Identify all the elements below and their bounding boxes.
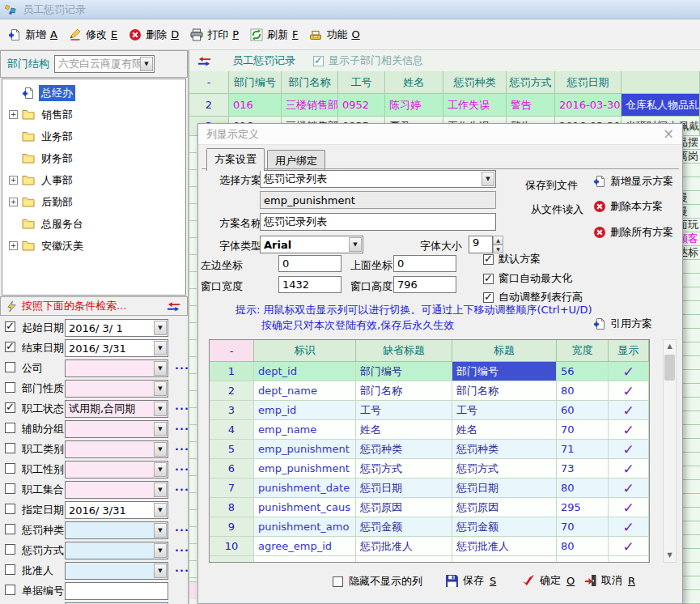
filter-input[interactable] xyxy=(65,542,168,559)
chevron-down-icon[interactable] xyxy=(154,523,167,538)
spin-up-icon[interactable]: ▲ xyxy=(493,236,503,245)
font-size-stepper[interactable]: 9 ▲▼ xyxy=(469,236,493,253)
grid-visible-cell[interactable] xyxy=(609,381,649,401)
show-subdept-checkbox[interactable] xyxy=(313,56,324,66)
filter-input[interactable] xyxy=(65,562,168,580)
tree-item[interactable]: + 总服务台 xyxy=(2,213,185,235)
ellipsis-button[interactable] xyxy=(175,359,188,372)
chevron-down-icon[interactable] xyxy=(154,462,167,477)
toolbar-button[interactable]: 打印P xyxy=(190,28,239,42)
chevron-down-icon[interactable] xyxy=(154,341,167,355)
grid-visible-cell[interactable] xyxy=(609,440,649,459)
default-scheme-checkbox[interactable] xyxy=(483,254,494,265)
tree-expander-icon[interactable]: + xyxy=(9,176,18,185)
grid-scrollbar[interactable] xyxy=(663,339,677,563)
chevron-down-icon[interactable] xyxy=(154,381,167,396)
grid-row[interactable]: 5 emp_punishment 惩罚种类 惩罚种类 71 xyxy=(210,440,649,459)
filter-checkbox[interactable] xyxy=(5,423,15,433)
company-select[interactable]: 六安白云商厦有限 xyxy=(54,55,155,73)
tree-item[interactable]: + 业务部 xyxy=(2,125,185,147)
records-column-header[interactable]: 惩罚种类 xyxy=(443,71,507,94)
tree-item[interactable]: + 总经办 xyxy=(2,82,185,104)
grid-visible-cell[interactable] xyxy=(609,498,649,517)
filter-input[interactable] xyxy=(65,420,168,438)
toolbar-button[interactable]: 删除D xyxy=(129,28,179,42)
auto-rowheight-checkbox[interactable] xyxy=(483,292,494,303)
filter-checkbox[interactable] xyxy=(5,585,15,595)
filter-input[interactable] xyxy=(65,521,168,539)
reference-scheme-button[interactable]: 引用方案 xyxy=(593,317,652,331)
tree-item[interactable]: + 财务部 xyxy=(2,147,185,169)
toolbar-button[interactable]: 修改E xyxy=(69,28,117,42)
ok-button[interactable]: 确定O xyxy=(517,571,579,590)
ellipsis-button[interactable] xyxy=(175,420,188,432)
filter-checkbox[interactable] xyxy=(5,483,15,494)
records-column-header[interactable]: 部门名称 xyxy=(282,71,338,94)
records-column-header[interactable] xyxy=(622,71,700,94)
grid-row[interactable]: 1 dept_id 部门编号 部门编号 56 xyxy=(210,362,649,381)
filter-input[interactable]: 2016/ 3/31 xyxy=(65,339,168,357)
scroll-down-icon[interactable] xyxy=(664,549,676,562)
chevron-down-icon[interactable] xyxy=(154,361,167,376)
filter-checkbox[interactable] xyxy=(5,504,15,514)
grid-row[interactable]: 6 emp_punishment 惩罚方式 惩罚方式 73 xyxy=(210,459,649,479)
filter-input[interactable] xyxy=(65,582,168,600)
ellipsis-button[interactable] xyxy=(175,521,188,534)
chevron-down-icon[interactable] xyxy=(154,402,167,416)
filter-input[interactable] xyxy=(65,481,168,499)
delete-all-schemes-button[interactable]: 删除所有方案 xyxy=(593,225,673,240)
chevron-down-icon[interactable] xyxy=(482,172,494,186)
auto-maximize-checkbox[interactable] xyxy=(483,274,494,284)
swap-panels-icon[interactable] xyxy=(197,55,211,66)
chevron-down-icon[interactable] xyxy=(154,483,167,497)
hide-columns-checkbox[interactable] xyxy=(333,576,343,587)
filter-input[interactable]: 2016/ 3/ 1 xyxy=(65,319,168,337)
filter-checkbox[interactable] xyxy=(5,524,15,534)
scrollbar-thumb[interactable] xyxy=(664,355,675,381)
filter-checkbox[interactable] xyxy=(5,342,15,352)
chevron-down-icon[interactable] xyxy=(154,564,167,578)
delete-scheme-button[interactable]: 删除本方案 xyxy=(593,199,663,214)
ellipsis-button[interactable] xyxy=(175,440,188,453)
grid-row[interactable]: 2 dept_name 部门名称 部门名称 80 xyxy=(210,381,649,401)
left-coord-field[interactable]: 0 xyxy=(278,255,342,272)
tree-item[interactable]: + 销售部 xyxy=(2,104,185,125)
grid-visible-cell[interactable] xyxy=(609,420,649,440)
swap-panels-icon[interactable] xyxy=(167,300,180,312)
filter-input[interactable]: 试用期,合同期 xyxy=(65,400,168,418)
chevron-down-icon[interactable] xyxy=(154,321,167,335)
scroll-up-icon[interactable] xyxy=(664,340,676,353)
filter-input[interactable] xyxy=(65,359,168,377)
grid-visible-cell[interactable] xyxy=(609,479,649,498)
records-column-header[interactable]: 姓名 xyxy=(385,71,443,94)
tab-scheme-settings[interactable]: 方案设置 xyxy=(206,148,265,171)
filter-input[interactable] xyxy=(65,461,168,479)
tree-expander-icon[interactable]: + xyxy=(9,198,18,206)
top-coord-field[interactable]: 0 xyxy=(393,255,456,272)
records-column-header[interactable]: 工号 xyxy=(338,71,385,94)
font-select[interactable]: Arial xyxy=(260,236,363,253)
ellipsis-button[interactable] xyxy=(175,481,188,493)
grid-visible-cell[interactable] xyxy=(609,537,649,556)
filter-checkbox[interactable] xyxy=(5,382,15,393)
grid-row[interactable]: 8 punishment_caus 惩罚原因 惩罚原因 295 xyxy=(210,498,649,517)
window-width-field[interactable]: 1432 xyxy=(278,276,342,293)
grid-visible-cell[interactable] xyxy=(609,459,649,479)
tree-expander-icon[interactable]: + xyxy=(9,110,18,119)
records-column-header[interactable]: 部门编号 xyxy=(229,71,282,94)
load-from-file-link[interactable]: 从文件读入 xyxy=(531,202,583,217)
tree-item[interactable]: + 后勤部 xyxy=(2,191,185,213)
toolbar-button[interactable]: 功能O xyxy=(309,28,359,42)
filter-checkbox[interactable] xyxy=(5,544,15,555)
tree-item[interactable]: + 人事部 xyxy=(2,169,185,191)
grid-column-header[interactable]: 标题 xyxy=(452,340,557,362)
toolbar-button[interactable]: 新增A xyxy=(8,28,57,42)
grid-row[interactable]: 10 agree_emp_id 惩罚批准人 惩罚批准人 80 xyxy=(210,537,649,556)
grid-row[interactable]: 3 emp_id 工号 工号 60 xyxy=(210,401,649,420)
filter-checkbox[interactable] xyxy=(5,321,15,332)
grid-row[interactable]: 4 emp_name 姓名 姓名 70 xyxy=(210,420,649,440)
cancel-button[interactable]: 取消R xyxy=(580,571,639,590)
ellipsis-button[interactable] xyxy=(175,461,188,473)
filter-checkbox[interactable] xyxy=(5,402,15,413)
grid-row[interactable]: 7 punishment_date 惩罚日期 惩罚日期 80 xyxy=(210,479,649,498)
